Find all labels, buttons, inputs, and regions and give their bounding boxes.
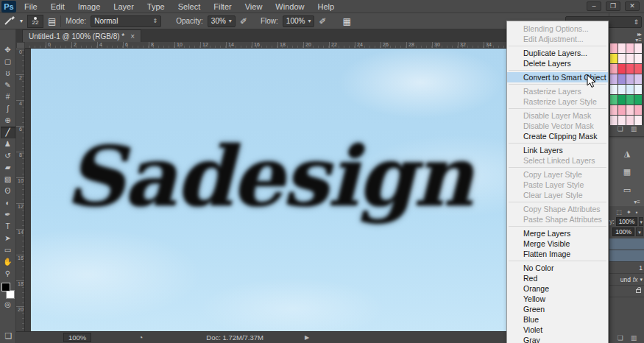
menu-item-orange[interactable]: Orange [507, 283, 608, 294]
color-swatch[interactable] [634, 54, 642, 63]
airbrush-pressure-icon[interactable]: ✐ [240, 16, 247, 26]
color-swatch[interactable] [610, 116, 618, 125]
hand-tool-icon[interactable]: ✋ [1, 256, 15, 268]
panel-menu-icon[interactable]: ▾≡ [634, 199, 643, 205]
brush-icon[interactable] [4, 15, 15, 27]
menu-file[interactable]: File [18, 0, 44, 13]
menu-item-yellow[interactable]: Yellow [507, 294, 608, 304]
marquee-tool-icon[interactable]: ▢ [1, 56, 15, 68]
menu-edit[interactable]: Edit [44, 0, 71, 13]
pen-tool-icon[interactable]: ✒ [1, 209, 15, 221]
quick-selection-tool-icon[interactable]: ✎ [1, 79, 15, 91]
move-tool-icon[interactable]: ✥ [1, 44, 15, 56]
dodge-tool-icon[interactable]: ◐ [1, 197, 15, 209]
trash-icon[interactable]: ▥ [631, 125, 637, 136]
color-swatch[interactable] [634, 64, 642, 74]
brush-settings-icon[interactable]: ▦ [343, 16, 351, 26]
rectangle-tool-icon[interactable]: ▭ [1, 244, 15, 256]
minimize-button[interactable]: – [587, 1, 601, 11]
history-brush-tool-icon[interactable]: ↺ [1, 150, 15, 162]
zoom-level-field[interactable]: 100% [63, 333, 91, 342]
menu-layer[interactable]: Layer [107, 0, 141, 13]
color-swatch[interactable] [626, 116, 634, 125]
new-swatch-icon[interactable]: ❏ [618, 125, 623, 136]
brush-tool-icon[interactable]: ╱ [1, 127, 15, 138]
color-swatch[interactable] [626, 105, 634, 115]
color-swatch[interactable] [634, 105, 642, 115]
color-swatch-widget[interactable] [1, 283, 15, 299]
menu-item-merge-layers[interactable]: Merge Layers [507, 228, 608, 238]
lasso-tool-icon[interactable]: ʊ [1, 68, 15, 79]
opacity-dropdown[interactable]: 30% ▾ [208, 15, 236, 27]
color-swatch[interactable] [610, 64, 618, 74]
color-swatch[interactable] [626, 43, 634, 53]
menu-image[interactable]: Image [71, 0, 107, 13]
color-swatch[interactable] [634, 116, 642, 125]
color-swatch[interactable] [626, 95, 634, 105]
screen-mode-icon[interactable]: ❏ [2, 330, 15, 342]
color-swatch[interactable] [610, 105, 618, 115]
clone-stamp-tool-icon[interactable]: ♟ [1, 138, 15, 150]
lock-icon[interactable]: ✦ [626, 209, 631, 216]
document-tab[interactable]: Untitled-1 @ 100% (RGB/8) * × [22, 29, 141, 42]
menu-type[interactable]: Type [141, 0, 171, 13]
color-swatch[interactable] [626, 85, 634, 94]
menu-item-gray[interactable]: Gray [507, 335, 608, 343]
menu-window[interactable]: Window [269, 0, 311, 13]
layer-row[interactable] [609, 238, 644, 250]
menu-filter[interactable]: Filter [207, 0, 238, 13]
blur-tool-icon[interactable]: ʘ [1, 185, 15, 197]
trash-icon[interactable]: ▥ [631, 334, 637, 342]
menu-item-duplicate-layers[interactable]: Duplicate Layers... [507, 48, 608, 58]
flow-dropdown[interactable]: 100% ▾ [283, 15, 315, 27]
collapsed-panel-icon[interactable]: ▦ [623, 167, 631, 177]
foreground-color-swatch[interactable] [1, 283, 10, 291]
tab-close-icon[interactable]: × [130, 32, 135, 40]
zoom-tool-icon[interactable]: ⚲ [1, 268, 15, 280]
menu-item-green[interactable]: Green [507, 304, 608, 314]
lock-icon[interactable]: ⬚ [616, 209, 622, 216]
menu-item-merge-visible[interactable]: Merge Visible [507, 238, 608, 249]
color-swatch[interactable] [634, 95, 642, 105]
layer-row[interactable]: undfx▾ [609, 274, 644, 286]
color-swatch[interactable] [610, 54, 618, 63]
status-flyout-icon[interactable]: ▶ [305, 334, 309, 341]
crop-tool-icon[interactable]: # [1, 91, 15, 103]
quick-mask-icon[interactable]: ◎ [1, 299, 15, 311]
eyedropper-tool-icon[interactable]: ʃ [1, 103, 15, 115]
color-swatch[interactable] [618, 105, 626, 115]
chevron-down-icon[interactable]: ▾ [639, 217, 643, 226]
tool-preset-arrow-icon[interactable]: ▾ [20, 18, 23, 24]
layer-row[interactable] [609, 286, 644, 297]
color-swatch[interactable] [618, 64, 626, 74]
menu-item-link-layers[interactable]: Link Layers [507, 145, 608, 155]
menu-item-flatten-image[interactable]: Flatten Image [507, 249, 608, 259]
color-swatch[interactable] [610, 95, 618, 105]
color-swatch[interactable] [618, 85, 626, 94]
brush-panel-toggle-icon[interactable]: ▤ [48, 16, 56, 26]
chevron-down-icon[interactable]: ▾ [640, 277, 643, 283]
color-swatch[interactable] [618, 43, 626, 53]
path-selection-tool-icon[interactable]: ➤ [1, 233, 15, 244]
new-layer-icon[interactable]: ❏ [618, 334, 623, 342]
close-button[interactable]: ✕ [625, 1, 640, 11]
menu-help[interactable]: Help [311, 0, 341, 13]
color-swatch[interactable] [626, 74, 634, 84]
menu-item-blue[interactable]: Blue [507, 314, 608, 325]
menu-item-violet[interactable]: Violet [507, 325, 608, 335]
layer-row[interactable] [609, 250, 644, 262]
color-swatch[interactable] [634, 85, 642, 94]
type-tool-icon[interactable]: T [1, 221, 15, 233]
chevron-down-icon[interactable]: ▾ [636, 227, 643, 236]
menu-item-no-color[interactable]: No Color [507, 263, 608, 273]
menu-item-red[interactable]: Red [507, 273, 608, 283]
color-swatch[interactable] [610, 74, 618, 84]
restore-button[interactable]: ❐ [606, 1, 620, 11]
color-swatch[interactable] [618, 54, 626, 63]
mode-dropdown[interactable]: Normal ⇕ [91, 15, 161, 27]
color-swatch[interactable] [618, 95, 626, 105]
airbrush-icon[interactable]: ✐ [319, 16, 326, 26]
brush-size-picker[interactable]: 22 [27, 15, 43, 28]
color-swatch[interactable] [610, 43, 618, 53]
gradient-tool-icon[interactable]: ▧ [1, 174, 15, 185]
